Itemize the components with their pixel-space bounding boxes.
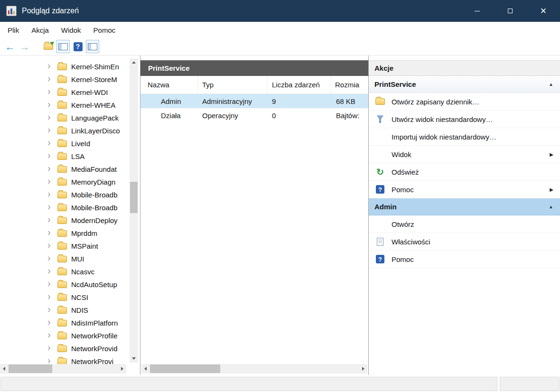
tree-item[interactable]: ›Kernel-WHEA [0, 99, 140, 112]
tree-item[interactable]: ›LiveId [0, 137, 140, 150]
action-item-label: Utwórz widok niestandardowy… [392, 115, 493, 123]
chevron-right-icon[interactable]: › [47, 279, 54, 288]
chevron-right-icon[interactable]: › [47, 163, 54, 173]
folder-icon [57, 281, 67, 288]
tree-item[interactable]: ›Kernel-WDI [0, 86, 140, 99]
tree-item[interactable]: ›Mobile-Broadb [0, 201, 140, 214]
toggle-action-pane-button[interactable] [86, 40, 99, 53]
chevron-right-icon[interactable]: › [47, 112, 54, 121]
tree-item[interactable]: ›MUI [0, 252, 140, 265]
app-icon [6, 6, 17, 16]
tree-item[interactable]: ›Mprddm [0, 227, 140, 240]
chevron-right-icon[interactable]: › [47, 291, 54, 301]
tree-item[interactable]: ›MSPaint [0, 240, 140, 252]
menu-item-help[interactable]: Pomoc [87, 22, 122, 38]
chevron-right-icon[interactable]: › [47, 317, 54, 327]
scroll-up-button[interactable] [130, 58, 138, 66]
chevron-right-icon[interactable]: › [47, 215, 54, 224]
tree-item[interactable]: ›NetworkProfile [0, 329, 140, 342]
chevron-right-icon[interactable]: › [47, 99, 54, 109]
open-saved-log-button[interactable] [42, 40, 55, 53]
chevron-right-icon[interactable]: › [47, 330, 54, 339]
action-admin-open[interactable]: Otwórz [369, 215, 560, 233]
list-horizontal-scrollbar[interactable] [141, 364, 367, 373]
forward-arrow-icon: → [20, 42, 30, 52]
column-header[interactable]: Rozmia [331, 76, 368, 93]
collapse-icon[interactable]: ▲ [549, 82, 553, 87]
tree-item[interactable]: ›Ncasvc [0, 265, 140, 278]
table-row[interactable]: AdminAdministracyjny968 KB [140, 94, 368, 108]
chevron-right-icon[interactable]: › [47, 266, 54, 275]
chevron-right-icon[interactable]: › [47, 343, 54, 352]
tree-item[interactable]: ›Mobile-Broadb [0, 188, 140, 201]
chevron-right-icon[interactable]: › [47, 150, 54, 160]
action-printservice-refresh[interactable]: ↻Odśwież [369, 163, 560, 181]
tree-item[interactable]: ›NetworkProvid [0, 342, 140, 355]
collapse-icon[interactable]: ▲ [549, 204, 553, 209]
chevron-right-icon[interactable]: › [47, 253, 54, 262]
horizontal-scroll-thumb[interactable] [9, 364, 52, 373]
table-row[interactable]: DziałaOperacyjny0Bajtów: [140, 108, 368, 122]
toggle-console-tree-button[interactable] [56, 40, 70, 53]
forward-button[interactable]: → [18, 40, 31, 53]
minimize-button[interactable] [460, 0, 494, 22]
action-section-admin[interactable]: Admin▲ [369, 198, 560, 215]
column-header[interactable]: Nazwa [140, 76, 198, 93]
action-printservice-help[interactable]: ?Pomoc▶ [369, 181, 560, 198]
vertical-scroll-thumb[interactable] [130, 182, 138, 213]
chevron-right-icon[interactable]: › [47, 189, 54, 198]
scroll-left-button[interactable] [0, 364, 8, 373]
tree-vertical-scrollbar[interactable] [130, 58, 138, 363]
action-printservice-import-custom-view[interactable]: Importuj widok niestandardowy… [369, 128, 560, 146]
action-section-printservice[interactable]: PrintService▲ [369, 76, 560, 93]
chevron-right-icon[interactable]: › [47, 202, 54, 211]
tree-item[interactable]: ›LinkLayerDisco [0, 124, 140, 137]
tree-item[interactable]: ›NCSI [0, 291, 140, 304]
tree-item[interactable]: ›Kernel-StoreM [0, 73, 140, 86]
horizontal-scroll-thumb[interactable] [150, 364, 220, 373]
tree-item[interactable]: ›ModernDeploy [0, 214, 140, 227]
column-header[interactable]: Liczba zdarzeń [267, 76, 331, 93]
menu-item-action[interactable]: Akcja [25, 22, 55, 38]
chevron-right-icon[interactable]: › [47, 86, 54, 96]
tree-item[interactable]: ›LSA [0, 150, 140, 163]
submenu-arrow-icon: ▶ [550, 152, 553, 157]
tree-item[interactable]: ›Kernel-ShimEn [0, 60, 140, 73]
back-button[interactable]: ← [3, 40, 17, 53]
close-button[interactable]: × [527, 0, 560, 22]
scroll-right-button[interactable] [359, 364, 367, 373]
chevron-right-icon[interactable]: › [47, 74, 54, 83]
chevron-right-icon[interactable]: › [47, 125, 54, 134]
tree-item[interactable]: ›LanguagePack [0, 112, 140, 124]
table-cell: Bajtów: [331, 108, 368, 122]
tree-item[interactable]: ›NcdAutoSetup [0, 278, 140, 291]
folder-icon [57, 205, 67, 211]
menu-item-file[interactable]: Plik [1, 22, 25, 38]
tree-item[interactable]: ›MediaFoundat [0, 163, 140, 176]
help-button[interactable]: ? [71, 40, 84, 53]
scroll-down-button[interactable] [130, 355, 138, 363]
action-printservice-view[interactable]: Widok▶ [369, 146, 560, 163]
tree-horizontal-scrollbar[interactable] [0, 364, 126, 373]
action-admin-help[interactable]: ?Pomoc [369, 251, 560, 268]
chevron-right-icon[interactable]: › [47, 355, 54, 365]
chevron-right-icon[interactable]: › [47, 227, 54, 237]
column-header[interactable]: Typ [198, 76, 267, 93]
actions-pane-title: Akcje [369, 60, 560, 76]
action-printservice-create-custom-view[interactable]: Utwórz widok niestandardowy… [369, 111, 560, 128]
tree-item-label: Mobile-Broadb [71, 204, 118, 212]
tree-item[interactable]: ›NDIS [0, 304, 140, 317]
maximize-button[interactable] [494, 0, 527, 22]
tree-item[interactable]: ›MemoryDiagn [0, 176, 140, 188]
chevron-right-icon[interactable]: › [47, 176, 54, 186]
tree-item[interactable]: ›NdisImPlatforn [0, 317, 140, 329]
action-admin-properties[interactable]: Właściwości [369, 233, 560, 251]
action-printservice-open-saved-log[interactable]: Otwórz zapisany dziennik… [369, 93, 560, 111]
chevron-right-icon[interactable]: › [47, 240, 54, 250]
menu-item-view[interactable]: Widok [55, 22, 87, 38]
chevron-right-icon[interactable]: › [47, 61, 54, 70]
chevron-right-icon[interactable]: › [47, 304, 54, 314]
chevron-right-icon[interactable]: › [47, 138, 54, 147]
scroll-right-button[interactable] [118, 364, 126, 373]
scroll-left-button[interactable] [141, 364, 149, 373]
